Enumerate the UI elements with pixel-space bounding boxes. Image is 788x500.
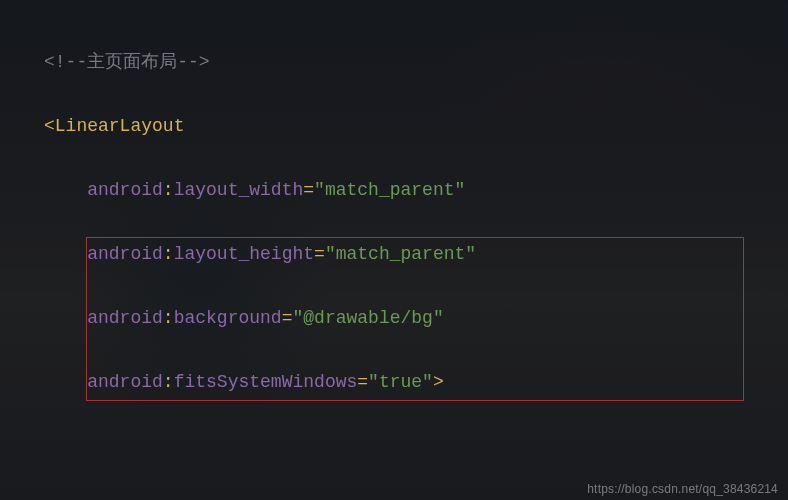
- code-line-attr-1: android:layout_height="match_parent": [44, 238, 768, 270]
- code-line-comment: <!--主页面布局-->: [44, 46, 768, 78]
- code-line-attr-3: android:fitsSystemWindows="true">: [44, 366, 768, 398]
- watermark-text: https://blog.csdn.net/qq_38436214: [587, 482, 778, 496]
- xml-comment: <!--主页面布局-->: [44, 52, 210, 72]
- code-line-attr-0: android:layout_width="match_parent": [44, 174, 768, 206]
- code-line-open-root: <LinearLayout: [44, 110, 768, 142]
- code-line-attr-2: android:background="@drawable/bg": [44, 302, 768, 334]
- code-line-blank: [44, 430, 768, 462]
- code-block: <!--主页面布局--> <LinearLayout android:layou…: [44, 14, 768, 500]
